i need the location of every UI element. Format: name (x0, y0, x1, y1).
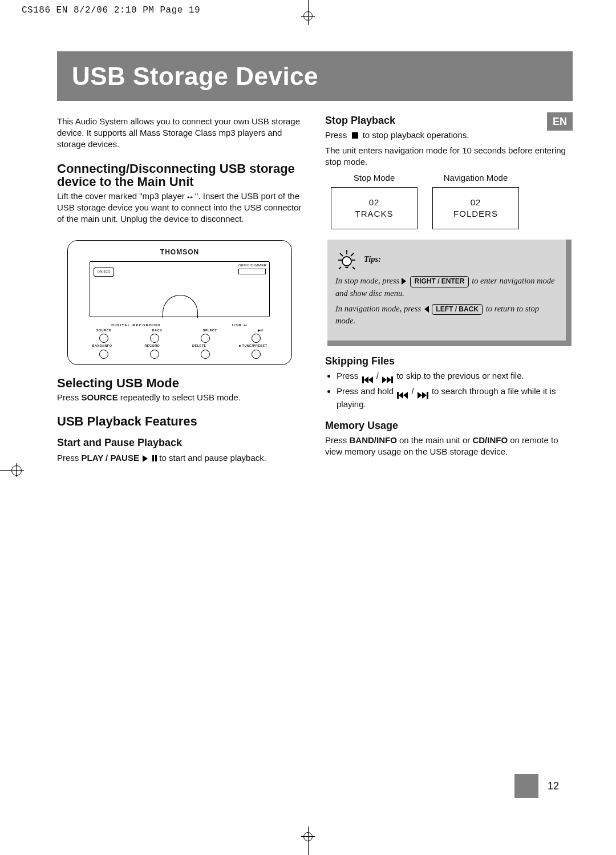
stop-mode-label: Stop Mode (331, 172, 418, 184)
round-button (252, 334, 261, 343)
svg-line-3 (351, 253, 354, 256)
select-label: SELECT (203, 329, 217, 333)
svg-line-6 (339, 267, 341, 269)
start-pause-heading: Start and Pause Playback (57, 436, 305, 449)
features-heading: USB Playback Features (57, 415, 305, 428)
skipping-item-1: Press / to skip to the previous or next … (337, 370, 573, 383)
pause-icon (151, 453, 157, 464)
skipping-item-2: Press and hold / to search through a fil… (337, 386, 573, 410)
skip-prev-icon (362, 376, 373, 383)
round-button (252, 350, 261, 359)
right-enter-button: RIGHT / ENTER (410, 276, 468, 287)
connect-body: Lift the cover marked "mp3 player ⊷ ". I… (57, 191, 305, 225)
bandinfo-label: BAND/INFO (92, 344, 112, 348)
usb-label: USB ⊷ (232, 323, 248, 327)
start-pause-body: Press PLAY / PAUSE to start and pause pl… (57, 452, 305, 464)
memory-body: Press BAND/INFO on the main unit or CD/I… (325, 435, 573, 458)
nav-mode-box: 02 FOLDERS (432, 187, 519, 229)
right-triangle-icon (402, 278, 406, 285)
lightbulb-icon (335, 248, 358, 270)
source-label: SOURCE (96, 329, 112, 333)
tunepreset-label: ■ TUNE/PRESET (239, 344, 268, 348)
brand-label: THOMSON (76, 248, 283, 257)
page-footer: 12 (514, 774, 559, 798)
skipping-heading: Skipping Files (325, 354, 573, 368)
stop-body-1: Press to stop playback operations. (325, 129, 573, 141)
round-button (150, 334, 159, 343)
intro-text: This Audio System allows you to connect … (57, 116, 305, 151)
round-button (150, 350, 159, 359)
stop-mode-box: 02 TRACKS (331, 187, 418, 229)
usb-trident-icon: ⊷ (187, 194, 193, 200)
skipping-list: Press / to skip to the previous or next … (325, 370, 573, 410)
tips-callout: Tips: In stop mode, press RIGHT / ENTER … (327, 240, 572, 346)
dimmer-bar (238, 269, 266, 274)
oneco-button: ON/ECO (94, 268, 114, 277)
mode-diagram: Stop Mode 02 TRACKS Navigation Mode 02 F… (331, 172, 573, 229)
left-triangle-icon (424, 306, 429, 313)
language-tab: EN (547, 112, 573, 131)
stop-body-2: The unit enters navigation mode for 10 s… (325, 145, 573, 168)
connect-heading: Connecting/Disconnecting USB storage dev… (57, 162, 305, 188)
back-label: BACK (152, 329, 163, 333)
tips-heading: Tips: (364, 253, 381, 265)
memory-heading: Memory Usage (325, 419, 573, 432)
svg-line-7 (352, 267, 355, 269)
record-label: RECORD (144, 344, 160, 348)
device-display: ON/ECO DEMO/DIMMER (90, 261, 269, 317)
delete-label: DELETE (192, 344, 206, 348)
skip-prev-icon (397, 392, 408, 399)
skip-next-icon (418, 392, 428, 399)
round-button (201, 350, 210, 359)
demo-dimmer-label: DEMO/DIMMER (238, 263, 267, 268)
page-number: 12 (548, 779, 559, 793)
left-back-button: LEFT / BACK (432, 304, 483, 315)
round-button (99, 334, 108, 343)
page-title: USB Storage Device (57, 51, 573, 101)
stop-heading: Stop Playback (325, 114, 573, 127)
tips-line-2: In navigation mode, press LEFT / BACK to… (335, 303, 557, 327)
stop-icon (352, 132, 358, 139)
footer-square (514, 774, 538, 798)
round-button (99, 350, 108, 359)
select-usb-heading: Selecting USB Mode (57, 376, 305, 390)
play-pause-label: ▶II (258, 329, 264, 333)
tips-line-1: In stop mode, press RIGHT / ENTER to ent… (335, 275, 557, 299)
digital-recording-label: DIGITAL RECORDING (111, 323, 161, 327)
device-illustration: THOMSON ON/ECO DEMO/DIMMER DIGITAL RECOR… (67, 240, 292, 365)
round-button (201, 334, 210, 343)
select-usb-body: Press SOURCE repeatedly to select USB mo… (57, 392, 305, 403)
nav-mode-label: Navigation Mode (432, 172, 519, 184)
svg-point-0 (342, 257, 351, 266)
play-icon (143, 453, 149, 464)
skip-next-icon (382, 376, 393, 383)
cover-arc (163, 295, 198, 318)
svg-line-2 (340, 253, 343, 256)
